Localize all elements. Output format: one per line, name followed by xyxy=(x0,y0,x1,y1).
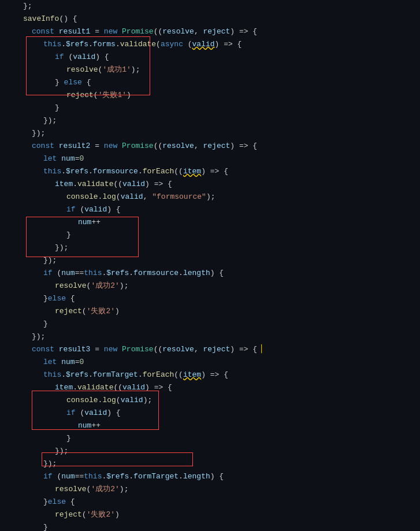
code-line: reject('失败2') xyxy=(0,508,420,521)
code-line: resolve('成功2'); xyxy=(0,483,420,496)
code-editor: }; saveInfo() { const result1 = new Prom… xyxy=(0,0,420,531)
code-line: saveInfo() { xyxy=(0,13,420,25)
code-line: this.$refs.forms.validate(async (valid) … xyxy=(0,38,420,51)
code-line: }else { xyxy=(0,496,420,508)
code-line: } xyxy=(0,318,420,331)
code-line: item.validate((valid) => { xyxy=(0,178,420,191)
code-line: num++ xyxy=(0,216,420,229)
code-line: const result3 = new Promise((resolve, re… xyxy=(0,343,420,356)
code-line: }); xyxy=(0,242,420,254)
code-line: }); xyxy=(0,445,420,458)
code-line: resolve('成功2'); xyxy=(0,280,420,292)
code-line: }); xyxy=(0,254,420,267)
code-line: if (valid) { xyxy=(0,51,420,64)
code-line: }); xyxy=(0,114,420,127)
code-line: const result2 = new Promise((resolve, re… xyxy=(0,140,420,153)
code-line: reject('失败1') xyxy=(0,89,420,102)
code-line: }); xyxy=(0,458,420,470)
code-line: reject('失败2') xyxy=(0,305,420,318)
code-line: }); xyxy=(0,331,420,343)
code-line: } xyxy=(0,432,420,445)
code-line: if (valid) { xyxy=(0,203,420,216)
code-line: }); xyxy=(0,127,420,140)
code-line: console.log(valid, "formsource"); xyxy=(0,191,420,203)
code-line: const result1 = new Promise((resolve, re… xyxy=(0,25,420,38)
code-line: let num=0 xyxy=(0,153,420,165)
code-line: } xyxy=(0,102,420,114)
code-line: console.log(valid); xyxy=(0,394,420,407)
code-line: let num=0 xyxy=(0,356,420,369)
code-line: } xyxy=(0,229,420,242)
code-line: resolve('成功1'); xyxy=(0,64,420,76)
code-line: this.$refs.formTarget.forEach((item) => … xyxy=(0,369,420,381)
code-line: }; xyxy=(0,0,420,13)
code-line: if (num==this.$refs.formsource.length) { xyxy=(0,267,420,280)
code-line: num++ xyxy=(0,419,420,432)
code-line: } else { xyxy=(0,76,420,89)
code-line: if (num==this.$refs.formTarget.length) { xyxy=(0,470,420,483)
code-line: }else { xyxy=(0,292,420,305)
code-line: } xyxy=(0,521,420,531)
code-line: item.validate((valid) => { xyxy=(0,381,420,394)
code-line: this.$refs.formsource.forEach((item) => … xyxy=(0,165,420,178)
code-line: if (valid) { xyxy=(0,407,420,419)
